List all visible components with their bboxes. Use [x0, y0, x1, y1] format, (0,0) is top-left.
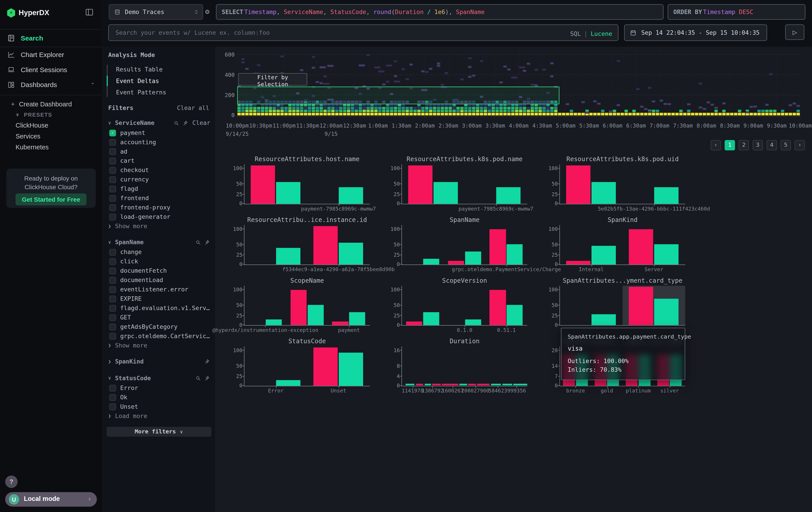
- run-query-button[interactable]: ▷: [785, 24, 805, 40]
- inlier-bar[interactable]: [276, 182, 300, 204]
- checkbox-unchecked[interactable]: [109, 176, 116, 183]
- search-icon[interactable]: [174, 120, 179, 126]
- filter-option-currency[interactable]: currency: [109, 175, 216, 184]
- analysis-mode-results-table[interactable]: Results Table: [107, 64, 215, 75]
- show-more-button-servicename[interactable]: ❯Show more: [108, 221, 215, 231]
- checkbox-unchecked[interactable]: [109, 295, 116, 302]
- help-button[interactable]: ?: [5, 476, 18, 488]
- inlier-bar[interactable]: [308, 305, 324, 325]
- pin-icon[interactable]: [205, 359, 210, 365]
- outlier-segment[interactable]: [468, 384, 476, 385]
- pin-icon[interactable]: [205, 239, 210, 245]
- account-menu[interactable]: U Local mode ›: [5, 492, 97, 507]
- sidebar-collapse-icon[interactable]: [85, 8, 94, 17]
- inlier-bar[interactable]: [276, 380, 300, 386]
- filter-group-header-servicename[interactable]: ∨ServiceNameClear: [108, 118, 210, 128]
- checkbox-unchecked[interactable]: [109, 204, 116, 211]
- inlier-segment[interactable]: [491, 384, 501, 385]
- preset-item-clickhouse[interactable]: ClickHouse: [0, 120, 102, 131]
- clear-filter-button[interactable]: Clear: [192, 119, 210, 127]
- checkbox-unchecked[interactable]: [109, 167, 116, 173]
- inlier-bar[interactable]: [339, 353, 363, 386]
- more-filters-button[interactable]: More filters∨: [107, 427, 211, 436]
- get-started-button[interactable]: Get Started for Free: [16, 193, 86, 206]
- outlier-bar[interactable]: [251, 165, 275, 204]
- sidebar-item-client-sessions[interactable]: Client Sessions: [0, 62, 102, 78]
- inlier-bar[interactable]: [654, 244, 678, 265]
- checkbox-unchecked[interactable]: [109, 332, 116, 339]
- inlier-segment[interactable]: [425, 384, 431, 385]
- filter-option-grpc-oteldemo-cartservic[interactable]: grpc.oteldemo.CartServic…: [109, 331, 216, 341]
- outlier-bar[interactable]: [490, 229, 506, 265]
- checkbox-unchecked[interactable]: [109, 314, 116, 321]
- checkbox-unchecked[interactable]: [109, 267, 116, 274]
- outlier-bar[interactable]: [490, 290, 506, 325]
- inlier-bar[interactable]: [266, 319, 282, 325]
- inlier-bar[interactable]: [591, 246, 616, 265]
- filter-option-documentfetch[interactable]: documentFetch: [109, 266, 216, 275]
- checkbox-unchecked[interactable]: [109, 185, 116, 192]
- inlier-bar[interactable]: [423, 312, 439, 325]
- inlier-bar[interactable]: [465, 319, 481, 325]
- filter-option-error[interactable]: Error: [109, 383, 216, 393]
- inlier-bar[interactable]: [496, 187, 521, 204]
- order-by-input[interactable]: ORDER BY Timestamp DESC: [668, 4, 806, 20]
- search-input[interactable]: [115, 28, 567, 37]
- inlier-segment[interactable]: [406, 384, 414, 385]
- checkbox-unchecked[interactable]: [109, 214, 116, 220]
- checkbox-unchecked[interactable]: [109, 195, 116, 201]
- filter-option-cart[interactable]: cart: [109, 156, 216, 165]
- outlier-bar[interactable]: [448, 261, 464, 265]
- filter-option-frontend[interactable]: frontend: [109, 193, 216, 203]
- filter-option-ok[interactable]: Ok: [109, 393, 216, 402]
- outlier-bar[interactable]: [566, 165, 590, 204]
- filter-option-eventlistener-error[interactable]: eventListener.error: [109, 285, 216, 294]
- filter-option-unset[interactable]: Unset: [109, 402, 216, 411]
- language-toggle[interactable]: SQL|Lucene: [567, 28, 612, 37]
- outlier-segment[interactable]: [416, 384, 423, 385]
- source-select[interactable]: Demo Traces: [109, 4, 203, 20]
- inlier-bar[interactable]: [591, 315, 616, 325]
- inlier-bar[interactable]: [654, 299, 678, 325]
- inlier-bar[interactable]: [507, 244, 523, 265]
- inlier-bar[interactable]: [349, 312, 365, 325]
- date-range-picker[interactable]: Sep 14 22:04:35 - Sep 15 10:04:35: [624, 24, 767, 41]
- outlier-bar[interactable]: [332, 321, 348, 325]
- inlier-bar[interactable]: [339, 187, 363, 204]
- inlier-bar[interactable]: [507, 305, 523, 325]
- pin-icon[interactable]: [205, 375, 210, 381]
- outlier-bar[interactable]: [314, 226, 338, 265]
- checkbox-unchecked[interactable]: [109, 249, 116, 255]
- inlier-segment[interactable]: [502, 384, 512, 385]
- outlier-bar[interactable]: [629, 287, 653, 325]
- inlier-segment[interactable]: [513, 384, 527, 385]
- filter-option-get[interactable]: GET: [109, 313, 216, 322]
- outlier-bar[interactable]: [629, 229, 653, 265]
- inlier-bar[interactable]: [591, 182, 616, 204]
- show-more-button-spanname[interactable]: ❯Show more: [108, 341, 215, 350]
- filter-option-load-generator[interactable]: load-generator: [109, 212, 216, 221]
- filter-option-ad[interactable]: ad: [109, 147, 216, 156]
- clear-all-button[interactable]: Clear all: [177, 104, 209, 111]
- outlier-segment[interactable]: [432, 384, 441, 385]
- checkbox-unchecked[interactable]: [109, 384, 116, 391]
- filter-group-header-statuscode[interactable]: ∨StatusCode: [108, 373, 210, 383]
- presets-header[interactable]: ∨PRESETS: [0, 110, 102, 120]
- create-dashboard-button[interactable]: +Create Dashboard: [0, 99, 102, 110]
- filter-option-checkout[interactable]: checkout: [109, 165, 216, 175]
- pin-icon[interactable]: [183, 120, 189, 126]
- sidebar-item-dashboards[interactable]: Dashboards⌃: [0, 77, 102, 92]
- select-query-input[interactable]: SELECT Timestamp, ServiceName, StatusCod…: [216, 4, 664, 20]
- checkbox-unchecked[interactable]: [109, 286, 116, 293]
- outlier-segment[interactable]: [442, 384, 458, 385]
- analysis-mode-event-deltas[interactable]: Event Deltas: [107, 75, 215, 87]
- outlier-segment[interactable]: [477, 384, 490, 385]
- sidebar-item-search[interactable]: Search: [0, 29, 102, 47]
- checkbox-unchecked[interactable]: [109, 148, 116, 155]
- checkbox-unchecked[interactable]: [109, 139, 116, 145]
- analysis-mode-event-patterns[interactable]: Event Patterns: [107, 87, 215, 98]
- filter-option-expire[interactable]: EXPIRE: [109, 294, 216, 303]
- checkbox-unchecked[interactable]: [109, 323, 116, 330]
- filter-option-flagd-evaluation-v1-serv[interactable]: flagd.evaluation.v1.Serv…: [109, 303, 216, 313]
- filter-option-documentload[interactable]: documentLoad: [109, 275, 216, 285]
